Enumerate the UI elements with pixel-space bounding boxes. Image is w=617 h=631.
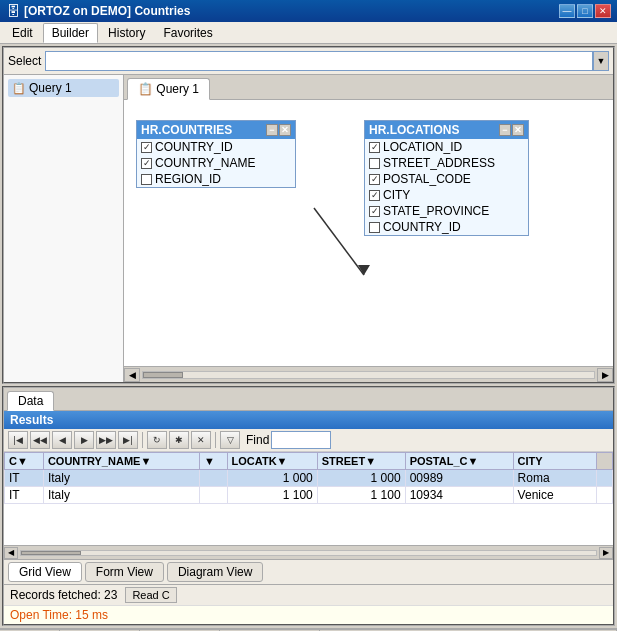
grid-scroll-track[interactable] bbox=[20, 550, 597, 556]
svg-line-0 bbox=[314, 208, 364, 275]
table-locations-close[interactable]: ✕ bbox=[512, 124, 524, 136]
field-region-id-checkbox[interactable] bbox=[141, 174, 152, 185]
tab-grid-view[interactable]: Grid View bbox=[8, 562, 82, 582]
table-locations-row-2[interactable]: STREET_ADDRESS bbox=[365, 155, 528, 171]
field-postal-code: POSTAL_CODE bbox=[383, 172, 471, 186]
field-loc-country-id-checkbox[interactable] bbox=[369, 222, 380, 233]
grid-row-1[interactable]: IT Italy 1 000 1 000 00989 Roma bbox=[5, 470, 613, 487]
menu-favorites[interactable]: Favorites bbox=[155, 24, 220, 42]
table-locations-row-4[interactable]: ✓ CITY bbox=[365, 187, 528, 203]
grid-hscrollbar[interactable]: ◀ ▶ bbox=[4, 545, 613, 559]
toolbar-next[interactable]: ▶ bbox=[74, 431, 94, 449]
find-input[interactable] bbox=[271, 431, 331, 449]
table-countries-row-1[interactable]: ✓ COUNTRY_ID bbox=[137, 139, 295, 155]
field-postal-code-checkbox[interactable]: ✓ bbox=[369, 174, 380, 185]
table-countries-minimize[interactable]: − bbox=[266, 124, 278, 136]
sep1 bbox=[142, 432, 143, 448]
cell-c-1: IT bbox=[5, 470, 44, 487]
select-input[interactable] bbox=[45, 51, 593, 71]
field-country-name-checkbox[interactable]: ✓ bbox=[141, 158, 152, 169]
records-count: Records fetched: 23 bbox=[10, 588, 117, 602]
find-label: Find bbox=[246, 433, 269, 447]
cell-city-2: Venice bbox=[513, 487, 596, 504]
field-country-id: COUNTRY_ID bbox=[155, 140, 233, 154]
table-locations-minimize[interactable]: − bbox=[499, 124, 511, 136]
cell-country-name-1: Italy bbox=[43, 470, 199, 487]
grid-scroll-left[interactable]: ◀ bbox=[4, 547, 18, 559]
tab-diagram-view[interactable]: Diagram View bbox=[167, 562, 263, 582]
menu-history[interactable]: History bbox=[100, 24, 153, 42]
open-time-text: Open Time: 15 ms bbox=[10, 608, 108, 622]
results-toolbar: |◀ ◀◀ ◀ ▶ ▶▶ ▶| ↻ ✱ ✕ ▽ Find bbox=[4, 429, 613, 452]
field-country-id-checkbox[interactable]: ✓ bbox=[141, 142, 152, 153]
toolbar-filter[interactable]: ▽ bbox=[220, 431, 240, 449]
col-header-c[interactable]: C▼ bbox=[5, 453, 44, 470]
canvas-hscrollbar[interactable]: ◀ ▶ bbox=[124, 366, 613, 382]
table-countries-row-2[interactable]: ✓ COUNTRY_NAME bbox=[137, 155, 295, 171]
field-location-id-checkbox[interactable]: ✓ bbox=[369, 142, 380, 153]
toolbar-first[interactable]: |◀ bbox=[8, 431, 28, 449]
toolbar-prev-page[interactable]: ◀◀ bbox=[30, 431, 50, 449]
scroll-track[interactable] bbox=[142, 371, 595, 379]
table-countries-close[interactable]: ✕ bbox=[279, 124, 291, 136]
grid-scroll-thumb[interactable] bbox=[21, 551, 81, 555]
toolbar-next-fast[interactable]: ▶▶ bbox=[96, 431, 116, 449]
col-header-empty[interactable]: ▼ bbox=[199, 453, 227, 470]
tree-item-query1[interactable]: 📋 Query 1 bbox=[8, 79, 119, 97]
col-header-street[interactable]: STREET▼ bbox=[317, 453, 405, 470]
results-header: Results bbox=[4, 411, 613, 429]
select-dropdown-arrow[interactable]: ▼ bbox=[593, 51, 609, 71]
canvas-area: 📋 Query 1 HR.COUNTRIES − ✕ bbox=[124, 75, 613, 382]
close-button[interactable]: ✕ bbox=[595, 4, 611, 18]
field-loc-country-id: COUNTRY_ID bbox=[383, 220, 461, 234]
toolbar-prev[interactable]: ◀ bbox=[52, 431, 72, 449]
grid-scroll-right[interactable]: ▶ bbox=[599, 547, 613, 559]
col-header-postal[interactable]: POSTAL_C▼ bbox=[405, 453, 513, 470]
col-header-scroll bbox=[597, 453, 613, 470]
scroll-right-btn[interactable]: ▶ bbox=[597, 368, 613, 382]
menu-edit[interactable]: Edit bbox=[4, 24, 41, 42]
col-header-country-name[interactable]: COUNTRY_NAME▼ bbox=[43, 453, 199, 470]
maximize-button[interactable]: □ bbox=[577, 4, 593, 18]
table-locations: HR.LOCATIONS − ✕ ✓ LOCATION_ID STREET_AD… bbox=[364, 120, 529, 236]
col-header-locatk[interactable]: LOCATK▼ bbox=[227, 453, 317, 470]
field-street-address: STREET_ADDRESS bbox=[383, 156, 495, 170]
field-street-address-checkbox[interactable] bbox=[369, 158, 380, 169]
table-countries-name: HR.COUNTRIES bbox=[141, 123, 232, 137]
query-tree: 📋 Query 1 bbox=[4, 75, 124, 382]
field-city-checkbox[interactable]: ✓ bbox=[369, 190, 380, 201]
toolbar-delete[interactable]: ✕ bbox=[191, 431, 211, 449]
scroll-thumb[interactable] bbox=[143, 372, 183, 378]
tab-data[interactable]: Data bbox=[7, 391, 54, 411]
cell-street-1: 1 000 bbox=[317, 470, 405, 487]
field-state-province: STATE_PROVINCE bbox=[383, 204, 489, 218]
menu-builder[interactable]: Builder bbox=[43, 23, 98, 43]
table-countries: HR.COUNTRIES − ✕ ✓ COUNTRY_ID ✓ COUNTRY_… bbox=[136, 120, 296, 188]
data-grid[interactable]: C▼ COUNTRY_NAME▼ ▼ LOCATK▼ STREET▼ POSTA… bbox=[4, 452, 613, 545]
tab-query1[interactable]: 📋 Query 1 bbox=[127, 78, 210, 100]
toolbar-refresh[interactable]: ↻ bbox=[147, 431, 167, 449]
cell-postal-2: 10934 bbox=[405, 487, 513, 504]
grid-row-2[interactable]: IT Italy 1 100 1 100 10934 Venice bbox=[5, 487, 613, 504]
open-time-bar: Open Time: 15 ms bbox=[4, 605, 613, 624]
table-countries-row-3[interactable]: REGION_ID bbox=[137, 171, 295, 187]
cell-empty-1 bbox=[199, 470, 227, 487]
query-canvas: HR.COUNTRIES − ✕ ✓ COUNTRY_ID ✓ COUNTRY_… bbox=[124, 100, 613, 366]
col-header-city[interactable]: CITY bbox=[513, 453, 596, 470]
scroll-left-btn[interactable]: ◀ bbox=[124, 368, 140, 382]
toolbar-add[interactable]: ✱ bbox=[169, 431, 189, 449]
table-locations-row-6[interactable]: COUNTRY_ID bbox=[365, 219, 528, 235]
field-country-name: COUNTRY_NAME bbox=[155, 156, 255, 170]
title-bar: 🗄 [ORTOZ on DEMO] Countries — □ ✕ bbox=[0, 0, 617, 22]
table-locations-row-5[interactable]: ✓ STATE_PROVINCE bbox=[365, 203, 528, 219]
field-state-province-checkbox[interactable]: ✓ bbox=[369, 206, 380, 217]
tab-strip: 📋 Query 1 bbox=[124, 75, 613, 100]
grid-header-row: C▼ COUNTRY_NAME▼ ▼ LOCATK▼ STREET▼ POSTA… bbox=[5, 453, 613, 470]
minimize-button[interactable]: — bbox=[559, 4, 575, 18]
toolbar-last[interactable]: ▶| bbox=[118, 431, 138, 449]
tab-form-view[interactable]: Form View bbox=[85, 562, 164, 582]
table-locations-row-1[interactable]: ✓ LOCATION_ID bbox=[365, 139, 528, 155]
cell-c-2: IT bbox=[5, 487, 44, 504]
table-locations-row-3[interactable]: ✓ POSTAL_CODE bbox=[365, 171, 528, 187]
select-label: Select bbox=[8, 54, 41, 68]
